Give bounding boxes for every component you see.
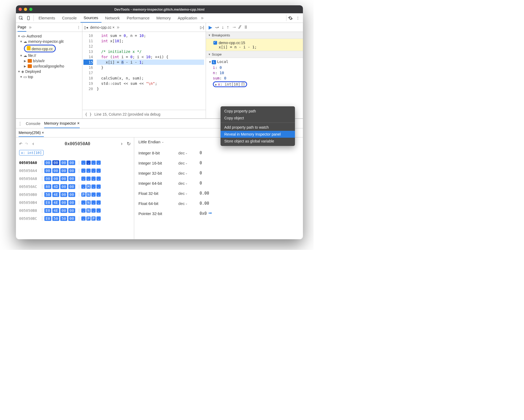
- ascii-char[interactable]: .: [91, 208, 96, 213]
- menu-copy-object[interactable]: Copy object: [221, 115, 295, 121]
- byte[interactable]: 00: [60, 184, 67, 189]
- ascii-char[interactable]: N: [86, 200, 91, 205]
- menu-reveal-memory[interactable]: Reveal in Memory Inspector panel: [221, 131, 295, 138]
- tree-top[interactable]: ▼▭ top: [17, 74, 81, 79]
- editor-tab[interactable]: demo-cpp.cc ×: [90, 25, 115, 30]
- byte[interactable]: 50: [44, 192, 51, 197]
- value-unit-select[interactable]: dec ⌄: [178, 151, 200, 155]
- hex-row[interactable]: 005050A400000000....: [19, 167, 131, 175]
- scope-local[interactable]: ▼LLocal: [208, 59, 301, 65]
- run-snippet-icon[interactable]: ▷|: [200, 25, 204, 30]
- byte[interactable]: 4D: [52, 184, 59, 189]
- ascii-char[interactable]: .: [96, 184, 101, 189]
- ascii-char[interactable]: .: [91, 161, 96, 165]
- ascii-char[interactable]: .: [81, 200, 86, 205]
- breakpoints-section[interactable]: ▼Breakpoints: [206, 32, 303, 39]
- tree-domain[interactable]: ▼memory-inspector.glit: [17, 39, 81, 44]
- value-unit-select[interactable]: dec ⌄: [178, 201, 200, 206]
- menu-add-watch[interactable]: Add property path to watch: [221, 124, 295, 131]
- ascii-char[interactable]: .: [91, 177, 96, 181]
- byte[interactable]: 00: [68, 160, 75, 165]
- ascii-char[interactable]: .: [96, 216, 101, 221]
- byte[interactable]: 00: [44, 160, 51, 165]
- tab-memory-inspector[interactable]: Memory Inspector ×: [44, 119, 80, 128]
- more-nav-tabs-icon[interactable]: »: [29, 24, 32, 30]
- ascii-char[interactable]: .: [81, 169, 86, 173]
- byte[interactable]: E0: [44, 208, 51, 213]
- hex-row[interactable]: 005050BCE0505000.PP.: [19, 215, 131, 222]
- byte[interactable]: 00: [68, 176, 75, 181]
- ascii-char[interactable]: .: [81, 216, 86, 221]
- byte[interactable]: 00: [68, 216, 75, 221]
- inspect-icon[interactable]: [18, 15, 24, 22]
- subtab-memory[interactable]: Memory(256) ×: [19, 129, 44, 137]
- value-unit-select[interactable]: dec ⌄: [178, 191, 200, 196]
- byte[interactable]: E0: [44, 216, 51, 221]
- byte[interactable]: 4E: [52, 200, 59, 205]
- value-unit-select[interactable]: dec ⌄: [178, 161, 200, 165]
- kebab-icon[interactable]: ⋮: [294, 15, 301, 22]
- checkbox-icon[interactable]: [213, 41, 217, 45]
- hex-row[interactable]: 005050AC804D0000.M..: [19, 183, 131, 191]
- ascii-char[interactable]: .: [96, 169, 101, 173]
- ascii-char[interactable]: .: [81, 208, 86, 213]
- tab-network[interactable]: Network: [102, 13, 123, 23]
- ascii-char[interactable]: P: [81, 192, 86, 197]
- tree-file-demo-cpp[interactable]: demo-cpp.cc: [17, 44, 81, 53]
- byte[interactable]: 00: [60, 208, 67, 213]
- pause-icon[interactable]: ⏸: [243, 24, 248, 30]
- step-out-icon[interactable]: ↑: [227, 24, 229, 30]
- close-tab-icon[interactable]: ×: [42, 131, 44, 135]
- byte[interactable]: 00: [60, 200, 67, 205]
- byte[interactable]: 4E: [52, 208, 59, 213]
- ascii-char[interactable]: .: [91, 184, 96, 189]
- hex-row[interactable]: 005050A800000000....: [19, 175, 131, 183]
- gear-icon[interactable]: [287, 15, 294, 22]
- object-chip[interactable]: x: int[10]: [19, 150, 44, 156]
- var-sum[interactable]: sum: 0: [208, 75, 301, 81]
- refresh-icon[interactable]: ↻: [127, 141, 131, 147]
- ascii-char[interactable]: .: [86, 161, 91, 165]
- ascii-char[interactable]: .: [86, 169, 91, 173]
- step-into-icon[interactable]: ↓: [222, 24, 224, 30]
- var-i[interactable]: i: 0: [208, 65, 301, 70]
- byte[interactable]: 80: [44, 184, 51, 189]
- tree-authored[interactable]: ▼Authored: [17, 33, 81, 39]
- ascii-char[interactable]: .: [91, 200, 96, 205]
- undo-icon[interactable]: ↶: [19, 142, 22, 146]
- close-tab-icon[interactable]: ×: [112, 25, 115, 30]
- ascii-char[interactable]: .: [91, 169, 96, 173]
- ascii-char[interactable]: .: [86, 177, 91, 181]
- var-n[interactable]: n: 10: [208, 70, 301, 75]
- close-tab-icon[interactable]: ×: [77, 121, 79, 125]
- ascii-char[interactable]: .: [96, 192, 101, 197]
- editor-body[interactable]: 1011121314 15 1617181920 int sum = 0, n …: [82, 32, 206, 110]
- memory-icon[interactable]: ⠿: [241, 83, 245, 86]
- byte[interactable]: 00: [52, 176, 59, 181]
- byte[interactable]: 00: [60, 192, 67, 197]
- prev-page-icon[interactable]: ‹: [31, 141, 36, 146]
- var-x[interactable]: ▶x: int[10]⠿: [208, 81, 301, 88]
- ascii-char[interactable]: .: [81, 161, 86, 165]
- ascii-char[interactable]: P: [86, 216, 91, 221]
- byte[interactable]: 00: [68, 200, 75, 205]
- tab-performance[interactable]: Performance: [124, 13, 153, 23]
- byte[interactable]: 00: [68, 208, 75, 213]
- device-icon[interactable]: [25, 15, 32, 22]
- close-icon[interactable]: [19, 8, 22, 11]
- kebab-icon[interactable]: ⋮: [18, 121, 22, 126]
- value-unit-select[interactable]: dec ⌄: [178, 171, 200, 175]
- byte[interactable]: 00: [60, 160, 67, 165]
- zoom-icon[interactable]: [29, 8, 32, 11]
- follow-pointer-icon[interactable]: ⮕: [208, 211, 212, 216]
- next-page-icon[interactable]: ›: [119, 141, 124, 146]
- ascii-char[interactable]: .: [96, 177, 101, 181]
- hex-row[interactable]: 005050A000000000....: [19, 159, 131, 167]
- tab-console[interactable]: Console: [59, 13, 80, 23]
- menu-store-global[interactable]: Store object as global variable: [221, 138, 295, 145]
- step-icon[interactable]: →: [232, 24, 236, 30]
- tree-folder-1[interactable]: ▶b/s/w/ir: [17, 58, 81, 64]
- hex-row[interactable]: 005050B4E04E0000.N..: [19, 199, 131, 207]
- scope-section[interactable]: ▼Scope: [206, 51, 303, 58]
- ascii-char[interactable]: .: [96, 161, 101, 165]
